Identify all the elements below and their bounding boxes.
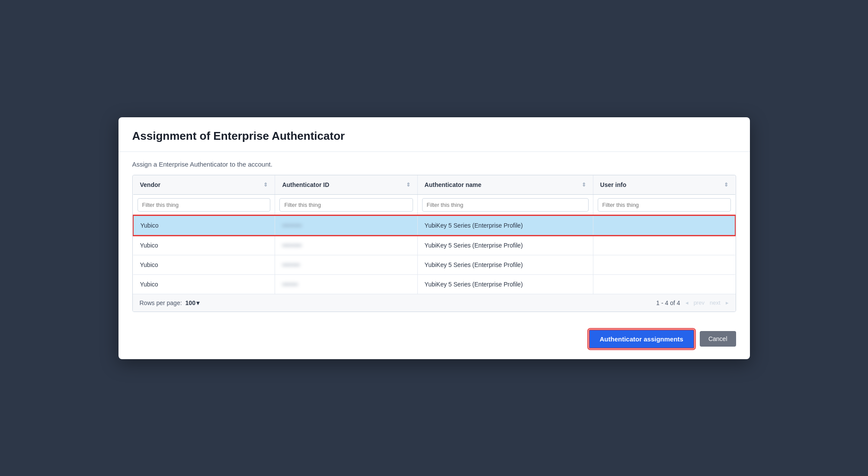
next-button[interactable]: next bbox=[710, 299, 721, 306]
table-row[interactable]: Yubico••••••••YubiKey 5 Series (Enterpri… bbox=[133, 274, 735, 294]
cell-auth-id: •••••••••• bbox=[275, 215, 417, 235]
table-container: Vendor ⇕ Authenticator ID ⇕ bbox=[132, 175, 736, 312]
authenticator-table: Vendor ⇕ Authenticator ID ⇕ bbox=[133, 175, 736, 294]
page-range: 1 - 4 of 4 bbox=[656, 299, 680, 306]
cell-auth-name: YubiKey 5 Series (Enterprise Profile) bbox=[417, 215, 593, 235]
cell-user-info bbox=[593, 215, 735, 235]
sort-icon-user-info: ⇕ bbox=[724, 182, 728, 188]
dialog-subtitle: Assign a Enterprise Authenticator to the… bbox=[132, 161, 736, 168]
filter-input-auth-name[interactable] bbox=[422, 198, 589, 212]
col-auth-name[interactable]: Authenticator name ⇕ bbox=[417, 175, 593, 195]
cancel-button[interactable]: Cancel bbox=[700, 331, 736, 347]
filter-row bbox=[133, 194, 735, 215]
table-row[interactable]: Yubico•••••••••YubiKey 5 Series (Enterpr… bbox=[133, 255, 735, 274]
rows-per-page-select[interactable]: 100 ▾ bbox=[186, 299, 199, 306]
sort-icon-auth-name: ⇕ bbox=[582, 182, 586, 188]
next-icon[interactable]: ▸ bbox=[726, 299, 729, 306]
cell-user-info bbox=[593, 255, 735, 274]
prev-button[interactable]: prev bbox=[694, 299, 705, 306]
sort-icon-vendor: ⇕ bbox=[263, 182, 268, 188]
filter-input-auth-id[interactable] bbox=[279, 198, 413, 212]
cell-auth-name: YubiKey 5 Series (Enterprise Profile) bbox=[417, 274, 593, 294]
filter-input-user-info[interactable] bbox=[598, 198, 731, 212]
prev-icon[interactable]: ◂ bbox=[685, 299, 689, 306]
pagination-row: Rows per page: 100 ▾ 1 - 4 of 4 ◂ prev n… bbox=[133, 294, 736, 312]
table-body: Yubico••••••••••YubiKey 5 Series (Enterp… bbox=[133, 215, 735, 294]
cell-auth-name: YubiKey 5 Series (Enterprise Profile) bbox=[417, 255, 593, 274]
rows-per-page-label: Rows per page: bbox=[140, 299, 182, 306]
table-row[interactable]: Yubico••••••••••YubiKey 5 Series (Enterp… bbox=[133, 235, 735, 255]
filter-cell-vendor bbox=[133, 194, 275, 215]
cell-auth-id: •••••••••• bbox=[275, 235, 417, 255]
dialog-header: Assignment of Enterprise Authenticator bbox=[119, 117, 750, 152]
table-header-row: Vendor ⇕ Authenticator ID ⇕ bbox=[133, 175, 735, 195]
dialog-body: Assign a Enterprise Authenticator to the… bbox=[119, 152, 750, 322]
footer-right: Authenticator assignments Cancel bbox=[589, 329, 736, 349]
cell-user-info bbox=[593, 274, 735, 294]
cell-auth-id: ••••••••• bbox=[275, 255, 417, 274]
filter-cell-user-info bbox=[593, 194, 735, 215]
rows-per-page-section: Rows per page: 100 ▾ bbox=[140, 299, 199, 306]
cell-user-info bbox=[593, 235, 735, 255]
assignment-dialog: Assignment of Enterprise Authenticator A… bbox=[119, 117, 750, 359]
col-vendor[interactable]: Vendor ⇕ bbox=[133, 175, 275, 195]
cell-auth-name: YubiKey 5 Series (Enterprise Profile) bbox=[417, 235, 593, 255]
col-user-info[interactable]: User info ⇕ bbox=[593, 175, 735, 195]
filter-cell-auth-name bbox=[417, 194, 593, 215]
cell-auth-id: •••••••• bbox=[275, 274, 417, 294]
filter-input-vendor[interactable] bbox=[138, 198, 271, 212]
dropdown-icon: ▾ bbox=[196, 299, 199, 306]
assign-button[interactable]: Authenticator assignments bbox=[589, 329, 695, 349]
sort-icon-auth-id: ⇕ bbox=[406, 182, 410, 188]
dialog-footer: Authenticator assignments Cancel bbox=[119, 322, 750, 359]
cell-vendor: Yubico bbox=[133, 215, 275, 235]
dialog-title: Assignment of Enterprise Authenticator bbox=[132, 129, 736, 143]
page-info-section: 1 - 4 of 4 ◂ prev next ▸ bbox=[656, 299, 728, 306]
table-row[interactable]: Yubico••••••••••YubiKey 5 Series (Enterp… bbox=[133, 215, 735, 235]
filter-cell-auth-id bbox=[275, 194, 417, 215]
cell-vendor: Yubico bbox=[133, 255, 275, 274]
cell-vendor: Yubico bbox=[133, 274, 275, 294]
cell-vendor: Yubico bbox=[133, 235, 275, 255]
col-auth-id[interactable]: Authenticator ID ⇕ bbox=[275, 175, 417, 195]
